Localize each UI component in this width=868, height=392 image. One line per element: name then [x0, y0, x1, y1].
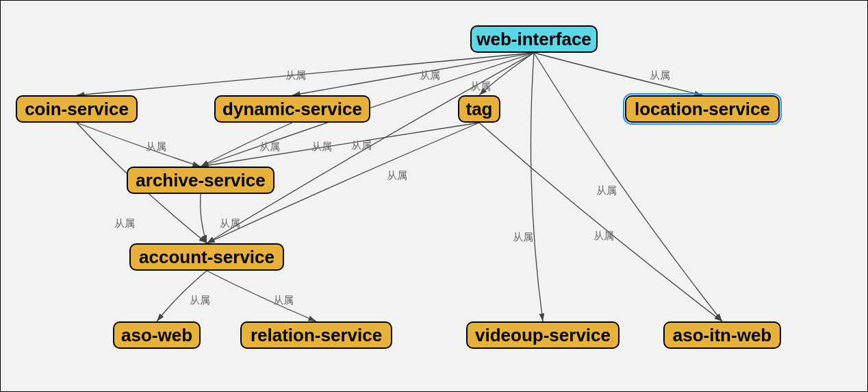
node-label: aso-web — [121, 325, 192, 346]
edge-label: 从属 — [470, 80, 491, 93]
edge-label: 从属 — [285, 69, 306, 82]
node-dynamic-service[interactable]: dynamic-service — [214, 95, 370, 123]
node-web-interface[interactable]: web-interface — [470, 25, 598, 53]
node-label: account-service — [139, 247, 275, 268]
node-aso-web[interactable]: aso-web — [113, 321, 201, 349]
edge-label: 从属 — [220, 217, 240, 230]
edge-web-interface-to-tag — [479, 53, 534, 95]
edge-web-interface-to-aso-itn-web — [534, 53, 722, 321]
edge-label: 从属 — [259, 140, 280, 154]
edge-dynamic-service-to-archive-service — [201, 123, 292, 167]
edge-label: 从属 — [513, 231, 533, 244]
node-label: aso-itn-web — [673, 325, 771, 346]
edge-account-service-to-relation-service — [207, 271, 316, 321]
edge-label: 从属 — [146, 140, 166, 154]
edge-label: 从属 — [114, 217, 135, 230]
edge-tag-to-archive-service — [201, 123, 479, 167]
node-label: archive-service — [136, 170, 265, 191]
edge-label: 从属 — [351, 139, 372, 152]
node-label: tag — [466, 99, 493, 120]
edge-label: 从属 — [190, 294, 210, 307]
diagram-canvas[interactable]: web-interfacecoin-servicedynamic-service… — [0, 0, 868, 392]
edge-label: 从属 — [420, 69, 440, 82]
edge-web-interface-to-location-service — [534, 53, 702, 95]
node-label: web-interface — [476, 29, 591, 50]
edge-label: 从属 — [650, 69, 670, 82]
edge-coin-service-to-archive-service — [77, 123, 201, 167]
edge-web-interface-to-dynamic-service — [292, 53, 534, 95]
node-coin-service[interactable]: coin-service — [16, 95, 138, 123]
edge-archive-service-to-account-service — [200, 194, 207, 243]
node-videoup-service[interactable]: videoup-service — [466, 321, 620, 349]
edge-tag-to-aso-itn-web — [479, 123, 722, 321]
edge-web-interface-to-account-service — [207, 53, 534, 243]
edge-label: 从属 — [596, 184, 617, 197]
edge-account-service-to-aso-web — [157, 271, 207, 321]
node-label: videoup-service — [475, 325, 611, 346]
edge-web-interface-to-coin-service — [77, 53, 534, 95]
node-label: location-service — [635, 99, 770, 120]
node-location-service[interactable]: location-service — [625, 95, 780, 123]
edge-label: 从属 — [387, 169, 407, 182]
node-archive-service[interactable]: archive-service — [127, 167, 275, 194]
node-label: relation-service — [251, 325, 382, 346]
node-label: coin-service — [25, 99, 129, 120]
edge-label: 从属 — [311, 140, 332, 154]
edge-web-interface-to-videoup-service — [531, 53, 543, 321]
edge-label: 从属 — [593, 230, 614, 243]
node-tag[interactable]: tag — [458, 95, 500, 123]
node-label: dynamic-service — [222, 99, 362, 120]
edge-label: 从属 — [273, 294, 294, 307]
node-account-service[interactable]: account-service — [129, 243, 284, 271]
node-relation-service[interactable]: relation-service — [240, 321, 392, 349]
node-aso-itn-web[interactable]: aso-itn-web — [663, 321, 781, 349]
